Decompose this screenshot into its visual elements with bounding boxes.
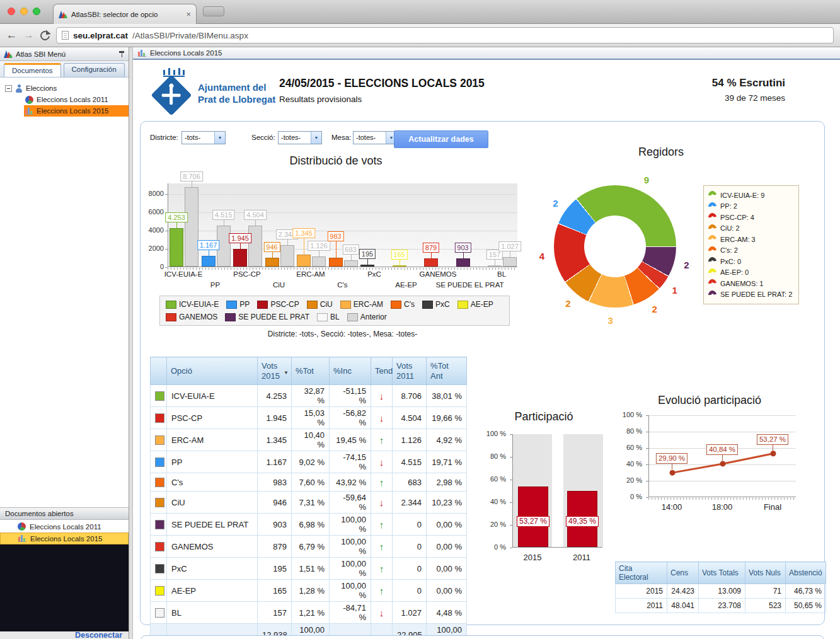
bar-value-label: 903: [454, 243, 471, 253]
regidors-legend-label: PP: 2: [720, 202, 737, 210]
chevron-down-icon[interactable]: ▼: [214, 132, 225, 144]
summary-cell: 50,65 %: [786, 599, 826, 613]
table-row[interactable]: PP1.1679,02 %-74,15 %↓4.51519,71 %: [151, 451, 467, 473]
column-header[interactable]: Cens: [667, 562, 699, 584]
column-header[interactable]: Vots Totals: [699, 562, 745, 584]
tree-node-eleccions[interactable]: Eleccions: [5, 83, 129, 94]
column-header[interactable]: [151, 357, 167, 385]
column-header[interactable]: Vots2015▼: [258, 357, 292, 385]
open-doc-2011[interactable]: Eleccions Locals 2011: [0, 521, 129, 532]
bar-value-label: 4.504: [244, 210, 267, 220]
party-name-cell: PxC: [167, 558, 258, 580]
legend-arc-swatch: [706, 233, 718, 245]
trend-down-icon: ↓: [379, 391, 384, 401]
column-header[interactable]: Tend: [371, 357, 393, 385]
chevron-down-icon[interactable]: ▼: [311, 132, 321, 144]
seccio-select[interactable]: -totes-▼: [278, 131, 322, 144]
x-axis-label: 2011: [573, 553, 590, 562]
disconnect-link[interactable]: Desconectar: [75, 631, 122, 639]
tree-item-eleccions-2015[interactable]: Eleccions Locals 2015: [24, 105, 129, 117]
zoom-window-button[interactable]: [33, 8, 40, 15]
table-row[interactable]: GANEMOS8796,79 %100,00 %↑00,00 %: [151, 536, 467, 558]
legend-arc-swatch: [706, 189, 718, 200]
summary-cell: 48.041: [667, 599, 699, 613]
escrutini-percent: 54 % Escrutini: [712, 77, 785, 89]
legend-label: C's: [404, 300, 415, 309]
column-header[interactable]: %Tot Ant: [427, 357, 467, 385]
tree-item-label: Eleccions Locals 2015: [37, 107, 108, 115]
bar-PxC: [360, 265, 374, 267]
url-bar[interactable]: seu.elprat.cat/AtlasSBI/Private/BIMenu.a…: [56, 27, 834, 43]
column-header[interactable]: %Inc: [330, 357, 371, 385]
donut-seat-label: 2: [553, 198, 558, 209]
table-row[interactable]: PxC1951,51 %100,00 %↑00,00 %: [151, 558, 467, 580]
table-row[interactable]: SE PUEDE EL PRAT9036,98 %100,00 %↑00,00 …: [151, 514, 467, 536]
bar-BL-anterior: [503, 257, 517, 267]
bar-CiU: [265, 258, 279, 267]
close-window-button[interactable]: [8, 8, 15, 15]
back-icon[interactable]: ←: [6, 29, 17, 42]
forward-icon[interactable]: →: [23, 29, 34, 42]
mesa-label: Mesa:: [331, 134, 351, 141]
mesa-select[interactable]: -totes-▼: [353, 131, 397, 144]
bar-chart-icon: [138, 50, 146, 57]
bar-value-label: 1.167: [197, 240, 220, 250]
table-row[interactable]: ICV-EUIA-E4.25332,87 %-51,15 %↓8.70638,0…: [151, 385, 467, 407]
participacio-value-label: 53,27 %: [517, 516, 549, 527]
table-row[interactable]: PSC-CP1.94515,03 %-56,82 %↓4.50419,66 %: [151, 407, 467, 429]
table-row[interactable]: BL1571,21 %-84,71 %↓1.0274,48 %: [151, 602, 467, 624]
document-tab-label[interactable]: Eleccions Locals 2015: [150, 49, 222, 57]
table-row[interactable]: AE-EP1651,28 %100,00 %↑00,00 %: [151, 580, 467, 602]
reload-icon[interactable]: [40, 31, 50, 40]
bar-PSC-CP: [233, 249, 247, 267]
table-row[interactable]: ERC-AM1.34510,40 %19,45 %↑1.1264,92 %: [151, 429, 467, 451]
main-area: Eleccions Locals 2015 Ajuntament delPrat…: [133, 47, 840, 639]
pct-inc-cell: 100,00 %: [330, 558, 371, 580]
party-swatch: [155, 435, 164, 445]
party-color-cell: [151, 558, 167, 580]
y-tick: [165, 194, 168, 195]
document-tab-bar: Eleccions Locals 2015: [133, 47, 840, 60]
atlas-logo-icon: [4, 50, 13, 58]
sort-icon[interactable]: ▼: [284, 368, 289, 378]
regidors-legend-label: PxC: 0: [720, 258, 741, 265]
tab-configuracion[interactable]: Configuración: [64, 63, 125, 77]
point-value-label: 40,84 %: [706, 444, 738, 455]
open-doc-2015[interactable]: Eleccions Locals 2015: [0, 532, 129, 544]
bar-value-label: 1.027: [498, 241, 521, 251]
browser-tab-bar: AtlasSBI: selector de opcio ×: [0, 0, 840, 24]
y-tick: [510, 525, 512, 526]
x-axis-label: C's: [337, 281, 347, 289]
actualitzar-dades-button[interactable]: Actualitzar dades: [394, 130, 488, 148]
column-header[interactable]: Abstenció: [786, 562, 826, 584]
minimize-window-button[interactable]: [20, 8, 28, 15]
collapse-icon[interactable]: [5, 85, 12, 92]
party-color-cell: [151, 385, 167, 407]
legend-label: AE-EP: [471, 300, 493, 309]
pin-icon[interactable]: [118, 50, 125, 58]
regidors-legend-label: CiU: 2: [720, 224, 740, 232]
districte-select[interactable]: -tots-▼: [181, 131, 226, 144]
party-name-cell: ERC-AM: [167, 429, 258, 451]
bar-chart-icon: [18, 535, 26, 542]
tree-item-eleccions-2011[interactable]: Eleccions Locals 2011: [24, 94, 129, 105]
column-header[interactable]: Vots Nuls: [745, 562, 786, 584]
column-header[interactable]: %Tot: [292, 357, 330, 385]
vots-2015-cell: 903: [258, 514, 292, 536]
summary-cell: 13.009: [699, 584, 745, 599]
vots-2015-cell: 4.253: [258, 385, 292, 407]
tab-close-icon[interactable]: ×: [186, 9, 191, 19]
column-header[interactable]: Cita Electoral: [616, 562, 667, 584]
new-tab-button[interactable]: [203, 6, 224, 16]
browser-tab[interactable]: AtlasSBI: selector de opcio ×: [53, 4, 197, 24]
column-header[interactable]: Vots2011: [393, 357, 427, 385]
column-header[interactable]: Opció: [167, 357, 258, 385]
table-row[interactable]: CiU9467,31 %-59,64 %↓2.34410,23 %: [151, 492, 467, 514]
party-name-cell: PSC-CP: [167, 407, 258, 429]
pct-inc-cell: -56,82 %: [330, 407, 371, 429]
tab-documentos[interactable]: Documentos: [4, 63, 61, 77]
vots-2011-cell: 0: [393, 580, 427, 602]
table-row[interactable]: C's9837,60 %43,92 %↑6832,98 %: [151, 473, 467, 492]
bar-value-label: 165: [391, 250, 407, 260]
districte-label: Districte:: [150, 134, 178, 141]
